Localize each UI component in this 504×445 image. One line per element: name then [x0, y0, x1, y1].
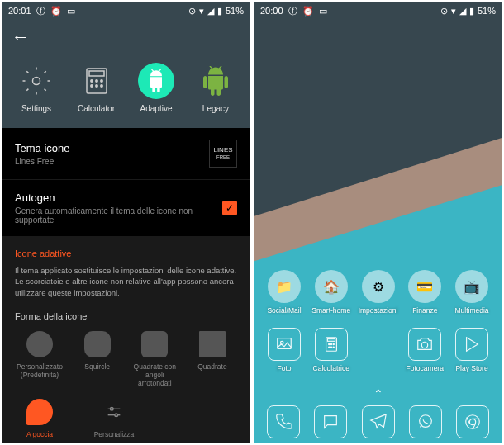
app-legacy[interactable]: Legacy — [197, 63, 234, 113]
svg-point-0 — [33, 78, 40, 85]
svg-point-6 — [90, 85, 92, 87]
app-drawer-arrow-icon[interactable]: ⌃ — [264, 387, 492, 400]
battery-pct: 51% — [226, 6, 244, 16]
signal-icon: ◢ — [207, 6, 214, 17]
adaptive-section: Icone adattive Il tema applicato sostitu… — [2, 237, 250, 443]
status-time: 20:01 — [8, 6, 31, 16]
play-icon — [455, 328, 488, 361]
shape-default[interactable]: Personalizzato (Predefinita) — [15, 331, 64, 388]
app-row: Foto Calcolatrice Fotocamera Play Store — [264, 328, 492, 372]
status-bar-right: 20:00 ⓕ ⏰ ▭ ⊙ ▾ ◢ ▮ 51% — [254, 2, 502, 20]
dock-whatsapp[interactable] — [409, 405, 442, 438]
camera-icon — [408, 328, 441, 361]
settings-screen: 20:01 ⓕ ⏰ ▭ ⊙ ▾ ◢ ▮ 51% ← Settings — [2, 2, 250, 443]
shape-square[interactable]: Quadrate — [188, 331, 237, 388]
svg-rect-16 — [327, 339, 335, 342]
shape-squircle[interactable]: Squircle — [73, 331, 122, 388]
circle-icon — [26, 331, 53, 357]
folder-social[interactable]: 📁 Social/Mail — [264, 270, 305, 315]
svg-point-4 — [95, 80, 97, 82]
app-settings[interactable]: Settings — [18, 63, 55, 113]
svg-point-26 — [469, 419, 475, 424]
dock-telegram[interactable] — [362, 405, 395, 438]
svg-point-14 — [280, 341, 283, 344]
app-calculator[interactable]: Calcolatrice — [311, 328, 352, 372]
shape-customize[interactable]: Personalizza — [89, 399, 139, 438]
battery-icon: ▮ — [217, 6, 222, 17]
folder-settings[interactable]: ⚙ Impostazioni — [358, 270, 399, 315]
photos-icon — [268, 328, 301, 361]
svg-point-18 — [330, 343, 331, 344]
squircle-icon — [84, 331, 111, 357]
dock-messages[interactable] — [314, 405, 347, 438]
status-time: 20:00 — [260, 6, 283, 16]
theme-row[interactable]: Tema icone Lines Free LINES FREE — [2, 128, 250, 180]
svg-point-7 — [95, 85, 97, 87]
back-arrow-icon[interactable]: ← — [12, 26, 30, 48]
app-photos[interactable]: Foto — [264, 328, 305, 372]
lines-badge-icon: LINES FREE — [209, 140, 237, 168]
facebook-icon: ⓕ — [36, 5, 45, 17]
folder-icon: 📁 — [268, 270, 301, 303]
wifi-icon: ▾ — [451, 6, 456, 17]
folder-icon: 🏠 — [315, 270, 348, 303]
svg-point-10 — [110, 408, 113, 411]
alarm-icon: ⏰ — [50, 6, 62, 17]
calculator-icon — [315, 328, 348, 361]
autogen-row[interactable]: Autogen Genera automaticamente il tema d… — [2, 180, 250, 237]
folder-finance[interactable]: 💳 Finanze — [404, 270, 445, 315]
svg-point-8 — [100, 85, 102, 87]
app-adaptive[interactable]: Adaptive — [138, 63, 174, 113]
teardrop-icon — [26, 399, 53, 425]
svg-point-21 — [330, 347, 331, 348]
svg-point-19 — [333, 343, 334, 344]
vpn-icon: ⊙ — [188, 6, 196, 17]
battery-pct: 51% — [478, 6, 496, 16]
svg-point-5 — [100, 80, 102, 82]
app-calculator[interactable]: Calculator — [78, 63, 115, 113]
svg-point-20 — [328, 347, 329, 348]
app-playstore[interactable]: Play Store — [451, 328, 492, 372]
adaptive-heading: Icone adattive — [15, 249, 237, 258]
folder-smarthome[interactable]: 🏠 Smart-home — [311, 270, 352, 315]
header-section: ← Settings Calculator Adaptive Legacy — [2, 20, 250, 128]
svg-rect-13 — [278, 338, 292, 349]
sliders-icon — [101, 399, 127, 425]
shape-drop[interactable]: A goccia — [15, 399, 64, 438]
svg-rect-2 — [89, 71, 104, 76]
svg-point-17 — [328, 343, 329, 344]
adaptive-desc: Il tema applicato sostituisce le imposta… — [15, 265, 237, 298]
svg-point-25 — [466, 415, 480, 429]
signal-icon: ◢ — [459, 6, 466, 17]
folder-multimedia[interactable]: 📺 Multimedia — [451, 270, 492, 315]
alarm-icon: ⏰ — [302, 6, 314, 17]
vpn-icon: ⊙ — [440, 6, 448, 17]
facebook-icon: ⓕ — [288, 5, 297, 17]
dock — [264, 405, 492, 438]
folder-icon: 💳 — [408, 270, 441, 303]
dock-chrome[interactable] — [456, 405, 489, 438]
rounded-square-icon — [141, 331, 168, 357]
status-bar-left: 20:01 ⓕ ⏰ ▭ ⊙ ▾ ◢ ▮ 51% — [2, 2, 250, 20]
notification-icon: ▭ — [67, 6, 75, 17]
svg-point-22 — [333, 347, 334, 348]
autogen-checkbox[interactable]: ✓ — [222, 201, 237, 215]
dock-phone[interactable] — [267, 405, 300, 438]
svg-point-23 — [422, 342, 428, 348]
folder-icon: ⚙ — [362, 270, 395, 303]
folder-icon: 📺 — [455, 270, 488, 303]
svg-point-12 — [115, 414, 118, 417]
app-camera[interactable]: Fotocamera — [404, 328, 445, 372]
folder-row: 📁 Social/Mail 🏠 Smart-home ⚙ Impostazion… — [264, 270, 492, 315]
shape-rounded[interactable]: Quadrate con angoli arrotondati — [130, 331, 179, 388]
home-screen: 20:00 ⓕ ⏰ ▭ ⊙ ▾ ◢ ▮ 51% 📁 Social/Ma — [254, 2, 502, 443]
battery-icon: ▮ — [469, 6, 474, 17]
shape-label: Forma della icone — [15, 311, 237, 321]
notification-icon: ▭ — [319, 6, 327, 17]
square-icon — [199, 331, 226, 357]
wifi-icon: ▾ — [199, 6, 204, 17]
svg-point-3 — [90, 80, 92, 82]
